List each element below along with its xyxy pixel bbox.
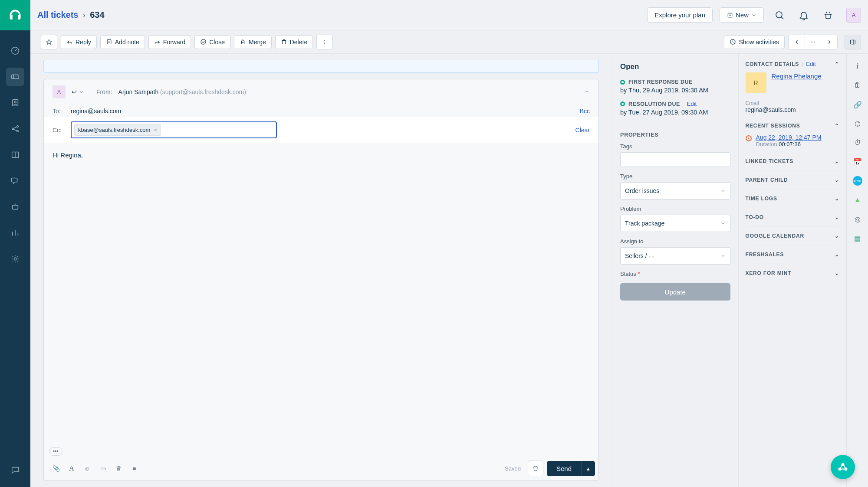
new-button[interactable]: New: [720, 7, 764, 23]
prev-ticket-button[interactable]: [788, 35, 805, 49]
nav-social[interactable]: [6, 120, 24, 138]
update-button[interactable]: Update: [620, 283, 730, 301]
tags-input[interactable]: [620, 152, 730, 167]
svg-point-4: [12, 128, 14, 130]
toggle-details-button[interactable]: [845, 35, 861, 49]
reply-type-selector[interactable]: ↩: [72, 88, 84, 95]
resolution-value: by Tue, 27 Aug 2019, 09:30 AM: [620, 109, 730, 116]
play-icon[interactable]: [746, 135, 752, 141]
emoji-icon[interactable]: ☺: [83, 464, 92, 473]
accordion-linked-tickets[interactable]: LINKED TICKETS⌄: [746, 152, 840, 170]
svg-point-5: [17, 126, 19, 127]
forward-button[interactable]: Forward: [148, 35, 191, 49]
type-select[interactable]: Order issues: [620, 182, 730, 199]
collapse-icon[interactable]: ⌃: [835, 123, 839, 129]
brand-logo[interactable]: [0, 0, 30, 30]
doc-app-icon[interactable]: ▤: [853, 233, 862, 243]
accordion-google-calendar[interactable]: GOOGLE CALENDAR⌄: [746, 226, 840, 245]
search-icon[interactable]: [771, 7, 788, 24]
discard-draft-button[interactable]: [528, 461, 543, 476]
calendar-app-icon[interactable]: 🗓: [853, 81, 862, 90]
timer-icon[interactable]: ⏱: [853, 138, 862, 147]
gcal-app-icon[interactable]: ◎: [853, 214, 862, 224]
svg-point-20: [812, 42, 813, 42]
svg-point-15: [324, 40, 325, 41]
ticket-toolbar: Reply Add note Forward Close Merge Delet…: [30, 30, 868, 54]
collapse-icon[interactable]: ⌃: [835, 61, 839, 67]
chevron-right-icon: ›: [82, 10, 85, 20]
cc-text-input[interactable]: [164, 125, 273, 135]
accordion-freshsales[interactable]: FRESHSALES⌄: [746, 245, 840, 264]
apps-rail: i 🗓 🔗 ⌬ ⏱ 📅 xero ▲ ◎ ▤: [846, 54, 868, 487]
send-button[interactable]: Send: [547, 461, 581, 476]
svg-point-19: [811, 42, 812, 42]
edit-contact-link[interactable]: Edit: [806, 61, 815, 67]
user-avatar[interactable]: A: [846, 8, 861, 23]
code-icon[interactable]: ≡: [130, 464, 138, 473]
nav-solutions[interactable]: [6, 146, 24, 164]
accordion-time-logs[interactable]: TIME LOGS⌄: [746, 189, 840, 208]
nav-dashboard[interactable]: [6, 42, 24, 60]
next-ticket-button[interactable]: [821, 35, 838, 49]
attach-icon[interactable]: 📎: [52, 464, 60, 473]
star-button[interactable]: [41, 35, 57, 49]
accordion-xero-for-mint[interactable]: XERO FOR MINT⌄: [746, 264, 840, 282]
expand-quoted-icon[interactable]: •••: [49, 447, 62, 456]
edit-resolution-link[interactable]: Edit: [687, 101, 697, 107]
link-icon[interactable]: 🔗: [853, 100, 862, 109]
todo-icon[interactable]: 📅: [853, 157, 862, 167]
info-icon[interactable]: i: [853, 62, 862, 71]
remove-cc-icon[interactable]: ×: [154, 127, 157, 133]
nav-contacts[interactable]: [6, 94, 24, 112]
cc-input[interactable]: kbase@sauls.freshdesk.com ×: [71, 121, 277, 138]
merge-button[interactable]: Merge: [234, 35, 272, 49]
contact-name-link[interactable]: Regina Phelange: [772, 72, 822, 80]
nav-chat[interactable]: [6, 461, 24, 479]
add-note-button[interactable]: Add note: [100, 35, 145, 49]
canned-response-icon[interactable]: ▭: [99, 464, 107, 473]
reply-button[interactable]: Reply: [61, 35, 97, 49]
freshconnect-fab[interactable]: [831, 455, 855, 479]
accordion-parent-child[interactable]: PARENT CHILD⌄: [746, 170, 840, 189]
to-value[interactable]: regina@sauls.com: [71, 108, 121, 114]
info-banner: [43, 60, 599, 73]
properties-title: PROPERTIES: [620, 132, 730, 138]
bcc-link[interactable]: Bcc: [580, 108, 590, 114]
show-activities-button[interactable]: Show activities: [724, 35, 785, 49]
to-label: To:: [53, 108, 66, 114]
problem-select[interactable]: Track package: [620, 215, 730, 232]
explore-plan-button[interactable]: Explore your plan: [647, 7, 713, 23]
reply-body[interactable]: Hi Regina,: [44, 143, 598, 447]
cc-label: Cc:: [53, 127, 66, 134]
accordion-to-do[interactable]: TO-DO⌄: [746, 208, 840, 226]
send-options-button[interactable]: ▴: [581, 461, 595, 476]
svg-rect-12: [826, 15, 830, 19]
freddy-ai-icon[interactable]: [819, 7, 837, 24]
nav-forums[interactable]: [6, 172, 24, 190]
clear-cc-link[interactable]: Clear: [575, 127, 590, 134]
nav-reports[interactable]: [6, 224, 24, 242]
first-response-value: by Thu, 29 Aug 2019, 09:30 AM: [620, 87, 730, 94]
contact-panel: CONTACT DETAILS | Edit ⌃ R Regina Phelan…: [738, 54, 847, 487]
freshsales-app-icon[interactable]: ▲: [853, 195, 862, 205]
more-actions-button[interactable]: [316, 35, 333, 49]
nav-tickets[interactable]: [6, 68, 24, 86]
svg-point-16: [324, 42, 325, 42]
close-button[interactable]: Close: [194, 35, 230, 49]
nav-bot[interactable]: [6, 198, 24, 216]
nav-admin[interactable]: [6, 250, 24, 268]
session-link[interactable]: Aug 22, 2019, 12:47 PM: [756, 134, 822, 141]
svg-point-3: [14, 101, 16, 103]
delete-button[interactable]: Delete: [275, 35, 313, 49]
insert-solution-icon[interactable]: ♛: [114, 464, 123, 473]
svg-rect-13: [107, 40, 111, 44]
ticket-nav-more[interactable]: [805, 35, 821, 49]
notifications-icon[interactable]: [795, 7, 812, 24]
from-dropdown[interactable]: [585, 88, 590, 95]
text-format-icon[interactable]: A: [67, 464, 76, 473]
sitemap-icon[interactable]: ⌬: [853, 119, 862, 128]
assign-select[interactable]: Sellers / - -: [620, 247, 730, 265]
xero-app-icon[interactable]: xero: [853, 176, 862, 186]
conversation-area: A ↩ From: Arjun Sampath (support@sauls.f…: [30, 54, 612, 487]
breadcrumb-all-tickets[interactable]: All tickets: [37, 10, 78, 20]
